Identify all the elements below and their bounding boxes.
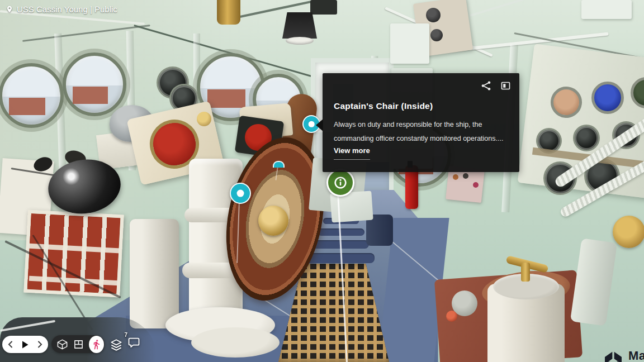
brass-t-handle-stem xyxy=(521,263,530,282)
tag-partial[interactable] xyxy=(273,161,285,168)
tag-description-line: commanding officer constantly monitored … xyxy=(334,135,503,142)
brass-fitting xyxy=(613,216,644,248)
machinery-red-knob xyxy=(446,311,457,322)
floors-layers-icon xyxy=(110,338,123,353)
comments-button[interactable] xyxy=(127,336,141,349)
matterport-logo[interactable]: Matterport xyxy=(602,349,644,362)
chat-bubble-icon xyxy=(127,336,141,348)
panorama-view[interactable] xyxy=(0,0,644,362)
header-location: USS Cassin Young | Public xyxy=(6,4,117,14)
control-knob xyxy=(473,182,479,188)
dollhouse-view-button[interactable] xyxy=(56,339,68,350)
walk-view-button-active[interactable] xyxy=(89,336,104,353)
tag-title: Captain's Chair (Inside) xyxy=(334,101,433,111)
view-more-link[interactable]: View more xyxy=(334,146,370,160)
share-icon[interactable] xyxy=(481,80,491,91)
tag-ships-wheel[interactable] xyxy=(230,183,251,204)
view-mode-switcher xyxy=(51,335,105,353)
matterport-wordmark: Matterport xyxy=(628,349,644,362)
overhead-box xyxy=(581,0,632,19)
play-button[interactable] xyxy=(22,341,29,349)
overhead-fixture xyxy=(310,0,337,15)
dock-window-icon[interactable] xyxy=(501,81,510,90)
overhead-dial xyxy=(430,29,443,41)
control-knob xyxy=(463,173,468,179)
secondary-pedestal xyxy=(130,219,179,328)
ceiling-lamp-diffuser xyxy=(286,37,314,45)
tour-viewer-window: Captain's Chair (Inside) Always on duty … xyxy=(0,0,644,362)
wheel-hub xyxy=(258,206,288,236)
brass-knob xyxy=(197,112,211,126)
next-step-button[interactable] xyxy=(37,340,43,349)
tag-description-line: Always on duty and responsible for the s… xyxy=(334,121,482,128)
pedestal-base-lower xyxy=(191,327,280,358)
prev-step-button[interactable] xyxy=(7,340,13,349)
matterport-mark-icon xyxy=(602,349,625,362)
porthole xyxy=(63,53,126,116)
wall-junction-box xyxy=(390,23,429,64)
floorplan-view-button[interactable] xyxy=(73,339,84,350)
tag-info-panel: Captain's Chair (Inside) Always on duty … xyxy=(323,73,519,172)
playback-controls xyxy=(2,336,48,353)
gauge-port-blue xyxy=(591,82,624,114)
panel-knob xyxy=(575,126,598,150)
brass-lamp-housing xyxy=(217,0,240,25)
porthole xyxy=(0,63,64,128)
walking-person-icon xyxy=(91,339,102,350)
location-label: USS Cassin Young | Public xyxy=(17,4,117,14)
tag-info-floor[interactable] xyxy=(326,169,354,197)
overhead-dial xyxy=(426,8,441,22)
anti-slip-tread xyxy=(303,253,375,263)
control-knob xyxy=(453,174,458,180)
location-pin-icon xyxy=(6,4,13,14)
info-icon xyxy=(333,175,348,190)
floors-selector-button[interactable]: 7 xyxy=(108,335,125,355)
